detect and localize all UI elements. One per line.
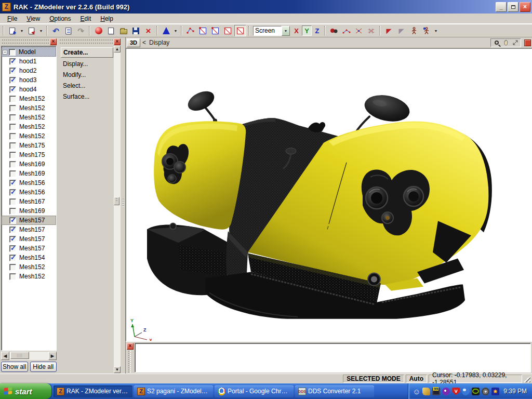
menu-item[interactable]: View [22, 14, 44, 23]
tree-item[interactable]: + Model [2, 47, 56, 57]
menu-item[interactable]: Options [45, 14, 75, 23]
snap-grid-button[interactable] [365, 25, 377, 36]
visibility-checkbox[interactable] [9, 49, 16, 56]
skin-dropdown[interactable]: ▼ [433, 25, 439, 36]
import-dropdown[interactable]: ▼ [19, 25, 25, 36]
start-button[interactable]: start [0, 383, 51, 399]
bones-mode-button[interactable] [408, 25, 420, 36]
visibility-checkbox[interactable] [9, 114, 16, 121]
tree-item[interactable]: + hood4 [2, 85, 56, 94]
restore-button[interactable] [508, 2, 518, 12]
visibility-checkbox[interactable] [9, 105, 16, 112]
tree-item[interactable]: + Mesh169 [2, 206, 56, 216]
tree-item[interactable]: + Mesh152 [2, 272, 56, 281]
panel-splitter[interactable] [122, 37, 125, 374]
screen-select[interactable]: Screen ▼ [253, 26, 290, 36]
screen-select-dropdown[interactable]: ▼ [282, 26, 290, 36]
taskbar-task[interactable]: Portal - Google Chrome [215, 385, 294, 397]
scroll-track[interactable] [9, 352, 48, 360]
expander-icon[interactable]: + [3, 50, 7, 55]
toolbar-grip[interactable] [248, 26, 250, 35]
bitcomet-icon[interactable] [442, 388, 450, 395]
command-item[interactable]: Create... [61, 47, 113, 58]
axis-y-button[interactable]: Y [302, 25, 312, 36]
weld-vertices-button[interactable] [340, 25, 352, 36]
messenger-icon[interactable]: ☺ [413, 388, 420, 395]
visibility-checkbox[interactable] [9, 273, 16, 280]
zoom-tool-button[interactable] [493, 39, 500, 46]
scroll-up-button[interactable]: ▲ [114, 46, 121, 52]
import-button[interactable]: ▼ [6, 25, 18, 36]
disc-utility-icon[interactable] [482, 388, 489, 395]
scroll-thumb[interactable]: == [114, 197, 119, 205]
tree-panel-close-button[interactable]: × [50, 38, 57, 45]
scene-tree[interactable]: + Model + hood1 + [1, 46, 57, 351]
toolbar-grip[interactable] [181, 26, 182, 35]
rotate-view-button[interactable] [511, 39, 519, 46]
command-item[interactable]: Select... [61, 81, 113, 90]
hide-all-button[interactable]: Hide all [30, 362, 57, 372]
visibility-checkbox[interactable] [9, 152, 16, 158]
output-log[interactable] [135, 343, 531, 373]
scroll-thumb[interactable] [10, 352, 29, 359]
tree-panel-header[interactable]: × [1, 38, 57, 45]
command-item[interactable]: Surface... [61, 92, 113, 101]
resize-grip[interactable] [524, 376, 530, 382]
visibility-checkbox[interactable] [9, 142, 16, 149]
visibility-checkbox[interactable] [9, 124, 16, 130]
show-all-button[interactable]: Show all [1, 362, 28, 372]
log-panel-grip[interactable] [128, 351, 131, 373]
tree-item[interactable]: + Mesh167 [2, 197, 56, 206]
tree-item[interactable]: + Mesh156 [2, 178, 56, 188]
command-item[interactable]: Modify... [61, 70, 113, 79]
antivirus-shield-icon[interactable]: V [452, 388, 460, 395]
view-mode-button[interactable]: 3D [127, 38, 140, 47]
viewport-canvas[interactable]: Y Z X [126, 48, 532, 341]
tree-item[interactable]: + Mesh152 [2, 94, 56, 103]
toolbar-grip[interactable] [46, 26, 48, 35]
select-up-button[interactable]: ◤ [395, 25, 407, 36]
visibility-checkbox[interactable] [9, 245, 16, 252]
nvidia-settings-icon[interactable] [472, 388, 480, 395]
menu-item[interactable]: Help [96, 14, 117, 23]
toolbar-grip[interactable] [156, 26, 158, 35]
skin-mode-button[interactable] [420, 25, 432, 36]
tree-item[interactable]: + Mesh157 [2, 225, 56, 234]
export-button[interactable]: ▼ [25, 25, 37, 36]
tree-item[interactable]: + Mesh157 [2, 234, 56, 244]
tree-item[interactable]: + Mesh152 [2, 262, 56, 272]
visibility-checkbox[interactable] [9, 170, 16, 177]
tree-item[interactable]: + hood3 [2, 75, 56, 85]
messenger-ball-icon[interactable] [462, 388, 470, 395]
view-breadcrumb[interactable]: < Display [142, 39, 169, 46]
scroll-right-button[interactable]: ▶ [48, 352, 57, 360]
tree-item[interactable]: + Mesh152 [2, 131, 56, 141]
toolbar-grip[interactable] [324, 26, 326, 35]
edges-mode-button[interactable] [197, 25, 209, 36]
break-vertices-button[interactable] [353, 25, 365, 36]
create-primitive-button[interactable] [160, 25, 172, 36]
polygons-mode-button[interactable] [209, 25, 221, 36]
menu-item[interactable]: File [3, 14, 21, 23]
command-panel-close-button[interactable]: × [114, 38, 121, 45]
breadcrumb-back-arrow[interactable]: < [142, 39, 146, 46]
tree-item[interactable]: + Mesh154 [2, 253, 56, 262]
tree-item[interactable]: + Mesh152 [2, 122, 56, 131]
export-dropdown[interactable]: ▼ [38, 25, 44, 36]
monitor-99-icon[interactable] [432, 388, 440, 395]
tree-item[interactable]: + Mesh152 [2, 103, 56, 113]
tree-item[interactable]: + Mesh169 [2, 169, 56, 178]
current-mode-button[interactable] [234, 25, 246, 36]
tree-item[interactable]: + Mesh156 [2, 188, 56, 197]
close-button[interactable]: × [520, 2, 530, 12]
visibility-checkbox[interactable] [9, 96, 16, 102]
toolbar-grip[interactable] [379, 26, 381, 35]
visibility-checkbox[interactable] [9, 68, 16, 74]
command-panel-header[interactable]: × [59, 38, 121, 45]
pan-tool-button[interactable] [502, 39, 510, 46]
tree-item[interactable]: + Mesh157 [2, 244, 56, 253]
visibility-checkbox[interactable] [9, 208, 16, 215]
tree-panel-grip[interactable] [2, 39, 49, 44]
select-down-button[interactable]: ◤ [383, 25, 395, 36]
spheres-button[interactable] [328, 25, 340, 36]
